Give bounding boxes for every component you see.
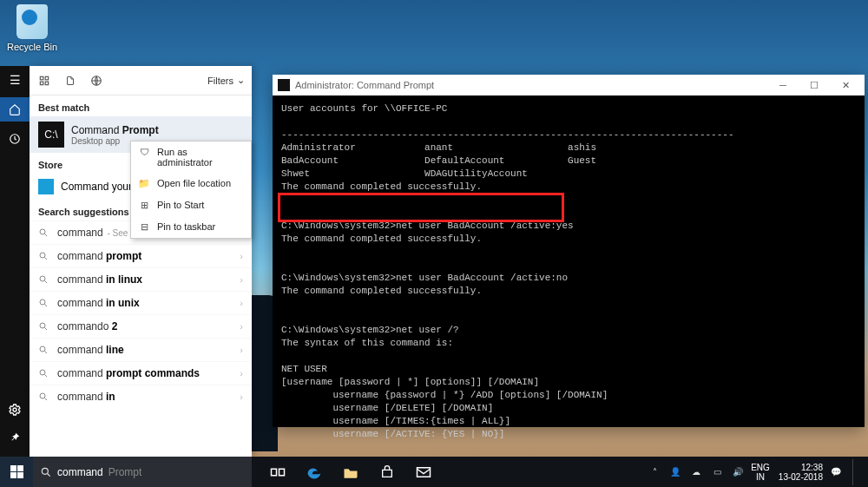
suggestion-list: command - See t›command prompt›command i…	[30, 220, 252, 408]
maximize-button[interactable]: ☐	[799, 75, 830, 95]
search-icon	[38, 298, 50, 308]
suggestion-label: command prompt	[57, 250, 143, 262]
notification-icon[interactable]: 💬	[828, 467, 844, 477]
svg-rect-4	[40, 82, 43, 85]
svg-point-10	[40, 299, 45, 305]
web-scope-icon[interactable]	[89, 73, 104, 89]
cmd-title-icon	[278, 79, 290, 91]
svg-point-7	[40, 229, 45, 234]
language-indicator[interactable]: ENGIN	[751, 463, 770, 482]
best-match-heading: Best match	[30, 95, 252, 116]
clock[interactable]: 12:3813-02-2018	[779, 463, 823, 482]
svg-point-13	[40, 370, 45, 375]
documents-scope-icon[interactable]	[62, 73, 78, 89]
apps-scope-icon[interactable]	[36, 73, 52, 89]
chevron-right-icon: ›	[240, 298, 243, 308]
svg-rect-17	[279, 469, 285, 476]
cmd-app-icon: C:\	[38, 122, 64, 148]
recycle-bin[interactable]: Recycle Bin	[5, 4, 59, 53]
pin-taskbar-icon: ⊟	[138, 221, 150, 233]
pin-icon[interactable]	[6, 429, 23, 446]
taskbar: commandPrompt ˄ 👤 ☁ ▭ 🔊 ENGIN 12:3813-02…	[0, 457, 868, 487]
suggestion-item[interactable]: command line›	[30, 338, 252, 361]
best-match-title: Command Prompt	[71, 124, 159, 136]
people-icon[interactable]: 👤	[667, 467, 683, 477]
suggestion-label: command prompt commands	[57, 367, 201, 379]
context-menu: 🛡 Run as administrator 📁 Open file locat…	[130, 141, 252, 239]
store-item-label: Command your	[61, 181, 132, 193]
svg-rect-3	[45, 76, 49, 80]
search-icon	[38, 321, 50, 332]
ctx-pin-start[interactable]: ⊞ Pin to Start	[131, 194, 251, 216]
suggestion-label: command line	[57, 344, 126, 356]
tray-up-icon[interactable]: ˄	[647, 467, 662, 477]
minimize-button[interactable]: ─	[767, 75, 799, 95]
show-desktop-button[interactable]	[852, 459, 863, 485]
cmd-output[interactable]: User accounts for \\OFFICE-PC ----------…	[273, 95, 865, 487]
svg-point-15	[42, 468, 48, 474]
cmd-titlebar[interactable]: Administrator: Command Prompt ─ ☐ ✕	[273, 75, 865, 95]
svg-point-1	[13, 408, 16, 411]
volume-icon[interactable]: 🔊	[730, 467, 746, 477]
shield-icon: 🛡	[138, 147, 150, 157]
edge-icon[interactable]	[299, 457, 330, 487]
suggestion-item[interactable]: command prompt commands›	[30, 361, 252, 385]
windows-logo-icon	[10, 465, 23, 478]
store-icon[interactable]	[372, 457, 403, 487]
filters-dropdown[interactable]: Filters ⌄	[207, 75, 245, 86]
suggestion-label: commando 2	[57, 320, 119, 332]
chevron-right-icon: ›	[240, 345, 243, 355]
search-icon	[40, 466, 52, 478]
home-icon[interactable]	[0, 97, 30, 122]
store-icon	[38, 179, 54, 194]
ctx-item-label: Open file location	[157, 178, 231, 188]
ctx-open-location[interactable]: 📁 Open file location	[131, 173, 251, 194]
cmd-window: Administrator: Command Prompt ─ ☐ ✕ User…	[273, 75, 865, 427]
search-scope-row: Filters ⌄	[30, 66, 252, 95]
suggestion-label: command - See t	[57, 227, 133, 239]
clock-icon[interactable]	[6, 130, 23, 148]
chevron-right-icon: ›	[240, 251, 243, 261]
search-icon	[38, 274, 50, 285]
task-view-icon[interactable]	[262, 457, 293, 487]
search-icon	[38, 345, 50, 355]
recycle-bin-icon	[16, 4, 48, 39]
suggestion-item[interactable]: command in›	[30, 385, 252, 408]
suggestion-label: command in linux	[57, 273, 144, 286]
chevron-down-icon: ⌄	[237, 75, 245, 86]
suggestion-label: command in	[57, 391, 117, 403]
close-button[interactable]: ✕	[830, 75, 861, 95]
mail-icon[interactable]	[408, 457, 439, 487]
svg-point-9	[40, 276, 45, 281]
ctx-run-as-admin[interactable]: 🛡 Run as administrator	[131, 141, 251, 173]
network-icon[interactable]: ▭	[709, 467, 725, 477]
suggestion-item[interactable]: commando 2›	[30, 314, 252, 338]
search-icon	[38, 368, 50, 378]
file-explorer-icon[interactable]	[335, 457, 366, 487]
svg-rect-16	[272, 469, 277, 476]
chevron-right-icon: ›	[240, 274, 243, 285]
suggestion-item[interactable]: command in unix›	[30, 291, 252, 314]
svg-point-11	[40, 323, 45, 328]
ctx-item-label: Pin to taskbar	[157, 221, 215, 232]
onedrive-icon[interactable]: ☁	[688, 467, 704, 477]
search-icon	[38, 392, 50, 402]
svg-point-8	[40, 253, 45, 258]
suggestion-item[interactable]: command prompt›	[30, 244, 252, 267]
svg-point-14	[40, 393, 45, 398]
search-typed-text: command	[57, 466, 103, 478]
search-icon	[38, 227, 50, 238]
hamburger-icon[interactable]: ☰	[6, 71, 23, 89]
suggestion-item[interactable]: command in linux›	[30, 267, 252, 291]
search-hint-text: Prompt	[108, 466, 142, 478]
svg-rect-5	[45, 82, 49, 85]
folder-icon: 📁	[138, 178, 150, 189]
start-search-panel: Filters ⌄ Best match C:\ Command Prompt …	[30, 66, 252, 457]
filters-label: Filters	[207, 76, 233, 86]
ctx-item-label: Run as administrator	[157, 147, 244, 168]
taskbar-search[interactable]: commandPrompt	[33, 457, 252, 487]
ctx-pin-taskbar[interactable]: ⊟ Pin to taskbar	[131, 216, 251, 238]
settings-icon[interactable]	[6, 401, 23, 418]
start-button[interactable]	[0, 457, 33, 487]
chevron-right-icon: ›	[240, 392, 243, 402]
